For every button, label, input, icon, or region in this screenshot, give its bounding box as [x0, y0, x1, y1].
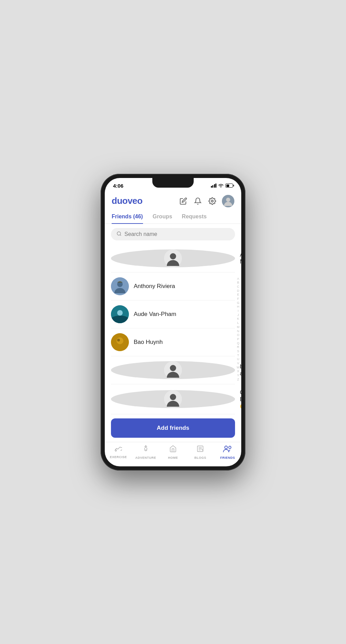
friend-info: Anthony Riviera	[134, 283, 235, 290]
alpha-x[interactable]: X	[236, 369, 241, 374]
alpha-l[interactable]: L	[236, 321, 241, 325]
friend-name: Anthony Riviera	[134, 283, 235, 290]
home-icon	[169, 445, 177, 455]
alpha-v[interactable]: V	[236, 361, 241, 366]
svg-point-0	[211, 200, 213, 202]
notch	[152, 178, 194, 188]
alpha-s[interactable]: S	[236, 349, 241, 354]
header-icons	[179, 195, 234, 207]
gear-icon[interactable]	[207, 196, 217, 206]
user-avatar[interactable]	[222, 195, 234, 207]
list-item[interactable]: Aude Van-Pham	[111, 300, 235, 328]
alpha-f[interactable]: F	[236, 297, 241, 301]
alpha-c[interactable]: C	[236, 285, 241, 289]
svg-rect-9	[111, 316, 129, 323]
nav-friends[interactable]: FRIENDS	[214, 445, 241, 459]
alpha-t[interactable]: T	[236, 354, 241, 358]
list-item[interactable]: Carole Buggy 😬 Unavailable	[111, 384, 235, 414]
status-icons	[211, 183, 233, 188]
alpha-g[interactable]: G	[236, 301, 241, 305]
svg-point-23	[225, 446, 227, 449]
alpha-m[interactable]: M	[236, 325, 241, 329]
nav-exercise[interactable]: EXERCISE	[105, 445, 132, 459]
adventure-icon	[142, 445, 150, 455]
svg-point-3	[117, 231, 121, 235]
friend-info: Aude Van-Pham	[134, 311, 235, 318]
alpha-w[interactable]: W	[236, 366, 241, 370]
alpha-e[interactable]: E	[236, 293, 241, 297]
edit-icon[interactable]	[179, 196, 188, 206]
search-input[interactable]	[124, 231, 230, 237]
svg-point-5	[170, 253, 176, 259]
tab-groups[interactable]: Groups	[153, 210, 172, 224]
avatar	[111, 277, 129, 295]
friend-info: Bao Huynh	[134, 339, 235, 346]
alpha-n[interactable]: N	[236, 329, 241, 334]
svg-point-21	[144, 447, 147, 450]
search-box	[111, 228, 235, 240]
alpha-a[interactable]: A	[236, 277, 241, 281]
tabs: Friends (46) Groups Requests	[105, 210, 241, 224]
svg-point-10	[117, 310, 123, 316]
svg-point-15	[170, 365, 176, 371]
alpha-k[interactable]: K	[236, 317, 241, 321]
blogs-label: BLOGS	[194, 456, 206, 459]
alpha-j[interactable]: J	[236, 313, 241, 317]
list-item[interactable]: Bao Huynh	[111, 328, 235, 356]
alpha-o[interactable]: O	[236, 333, 241, 337]
alpha-b[interactable]: B	[236, 281, 241, 285]
header: duoveo	[105, 191, 241, 210]
friend-name: Aude Van-Pham	[134, 311, 235, 318]
avatar	[111, 305, 129, 323]
nav-home[interactable]: HOME	[159, 445, 186, 459]
avatar	[111, 333, 129, 351]
search-container	[105, 224, 241, 245]
svg-point-24	[229, 446, 231, 448]
alpha-z[interactable]: Z	[236, 378, 241, 382]
svg-point-2	[226, 198, 230, 202]
wifi-icon	[218, 183, 224, 188]
phone-frame: 4:06	[101, 174, 245, 470]
adventure-label: ADVENTURE	[135, 456, 156, 459]
avatar	[111, 390, 235, 408]
search-icon	[116, 231, 122, 237]
friends-nav-label: FRIENDS	[220, 456, 235, 459]
alpha-y[interactable]: Y	[236, 374, 241, 378]
bottom-nav: EXERCISE ADVENTURE	[105, 442, 241, 466]
svg-point-20	[115, 450, 116, 451]
exercise-label: EXERCISE	[110, 455, 127, 459]
home-label: HOME	[168, 456, 178, 459]
avatar	[111, 361, 235, 379]
app-logo: duoveo	[112, 196, 142, 206]
alpha-h[interactable]: H	[236, 305, 241, 309]
phone-screen: 4:06	[105, 178, 241, 466]
alpha-d[interactable]: D	[236, 289, 241, 293]
list-item[interactable]: bernard aboussouan	[111, 356, 235, 384]
alpha-q[interactable]: Q	[236, 341, 241, 346]
alphabet-index[interactable]: A B C D E F G H I J K L M N O P Q	[236, 245, 241, 414]
tab-friends[interactable]: Friends (46)	[112, 210, 143, 224]
nav-adventure[interactable]: ADVENTURE	[132, 445, 159, 459]
friend-name: Bao Huynh	[134, 339, 235, 346]
app-content: duoveo	[105, 191, 241, 466]
friends-icon	[223, 445, 232, 455]
list-item[interactable]: Abbott Maryvonne	[111, 245, 235, 273]
blogs-icon	[196, 445, 204, 455]
avatar	[111, 249, 235, 267]
nav-blogs[interactable]: BLOGS	[187, 445, 214, 459]
tab-requests[interactable]: Requests	[182, 210, 207, 224]
svg-point-17	[170, 394, 176, 400]
alpha-r[interactable]: R	[236, 345, 241, 349]
signal-icon	[211, 184, 217, 188]
alpha-i[interactable]: I	[236, 309, 241, 313]
svg-point-13	[117, 339, 120, 341]
status-time: 4:06	[113, 183, 123, 189]
friends-list: Abbott Maryvonne Anthony Rivie	[105, 245, 241, 414]
list-item[interactable]: Anthony Riviera	[111, 273, 235, 300]
add-friends-button[interactable]: Add friends	[111, 418, 235, 438]
alpha-p[interactable]: P	[236, 337, 241, 341]
exercise-icon	[114, 445, 123, 454]
bell-icon[interactable]	[193, 196, 203, 206]
alpha-u[interactable]: U	[236, 357, 241, 361]
battery-icon	[225, 184, 233, 188]
